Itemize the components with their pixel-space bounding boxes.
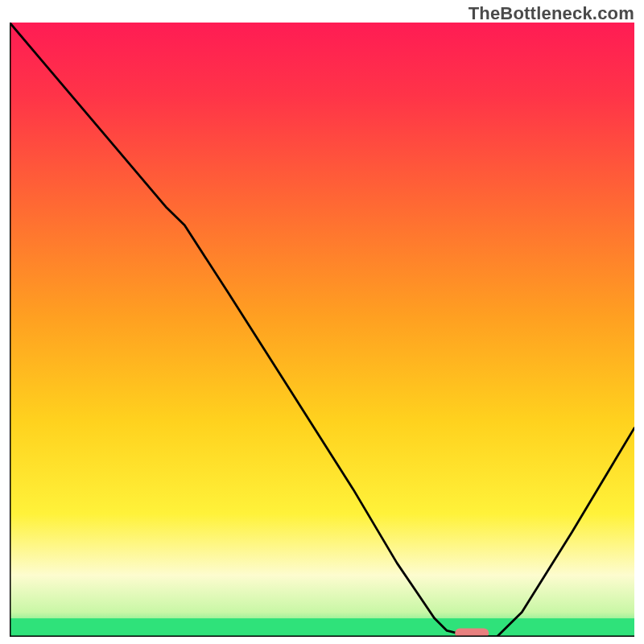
chart-background	[10, 23, 634, 637]
chart-container: TheBottleneck.com	[0, 0, 644, 644]
watermark-text: TheBottleneck.com	[469, 3, 634, 24]
bottom-band	[10, 618, 634, 637]
optimum-marker	[455, 628, 489, 637]
chart-svg	[10, 23, 634, 637]
chart-plot	[10, 23, 634, 637]
